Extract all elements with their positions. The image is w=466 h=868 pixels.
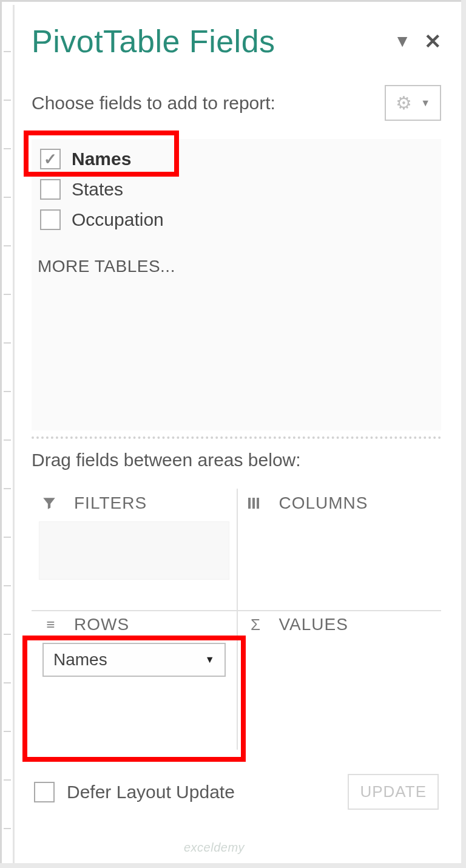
settings-button[interactable]: ⚙ ▼ — [385, 85, 441, 121]
pane-header: PivotTable Fields ▼ ✕ — [32, 23, 441, 59]
area-header: ≡ ROWS — [39, 615, 229, 634]
area-title: FILTERS — [74, 493, 147, 513]
subheader-row: Choose fields to add to report: ⚙ ▼ — [32, 85, 441, 121]
field-list: Names States Occupation MORE TABLES... — [32, 139, 441, 430]
filters-area[interactable]: FILTERS — [32, 489, 237, 610]
defer-update-toggle[interactable]: Defer Layout Update — [34, 782, 235, 802]
field-label: Names — [72, 149, 131, 169]
rows-area[interactable]: ≡ ROWS Names ▼ — [32, 610, 237, 750]
rows-dropzone[interactable]: Names ▼ — [39, 643, 229, 677]
area-header: FILTERS — [39, 493, 229, 513]
field-label: States — [72, 179, 123, 200]
area-title: COLUMNS — [279, 493, 368, 513]
field-label: Occupation — [72, 209, 164, 230]
field-item-occupation[interactable]: Occupation — [34, 205, 439, 235]
header-controls: ▼ ✕ — [394, 29, 441, 53]
chevron-down-icon: ▼ — [420, 98, 430, 109]
pill-label: Names — [53, 650, 107, 670]
close-icon[interactable]: ✕ — [424, 29, 441, 53]
field-item-names[interactable]: Names — [34, 144, 439, 174]
svg-rect-2 — [257, 498, 259, 509]
defer-label: Defer Layout Update — [67, 782, 235, 802]
drag-instructions: Drag fields between areas below: — [32, 450, 441, 470]
field-item-states[interactable]: States — [34, 174, 439, 205]
area-title: ROWS — [74, 615, 129, 634]
values-dropzone[interactable] — [244, 643, 434, 701]
area-divider-horizontal — [32, 610, 441, 611]
row-field-pill[interactable]: Names ▼ — [42, 643, 226, 677]
area-divider-vertical — [237, 489, 238, 750]
columns-area[interactable]: COLUMNS — [237, 489, 442, 610]
area-header: Σ VALUES — [244, 615, 434, 634]
checkbox[interactable] — [40, 179, 61, 200]
pane-title: PivotTable Fields — [32, 23, 275, 59]
svg-rect-0 — [248, 498, 251, 509]
footer: Defer Layout Update UPDATE — [32, 774, 441, 810]
rows-icon: ≡ — [41, 616, 61, 633]
divider — [32, 436, 441, 439]
checkbox[interactable] — [34, 782, 55, 802]
filters-dropzone[interactable] — [39, 521, 229, 580]
chevron-down-icon[interactable]: ▼ — [394, 32, 411, 51]
spreadsheet-row-markers — [4, 4, 11, 863]
svg-rect-1 — [252, 498, 255, 509]
area-title: VALUES — [279, 615, 348, 634]
values-area[interactable]: Σ VALUES — [237, 610, 442, 750]
choose-fields-label: Choose fields to add to report: — [32, 93, 275, 114]
panel-frame: PivotTable Fields ▼ ✕ Choose fields to a… — [0, 0, 461, 863]
sigma-icon: Σ — [246, 615, 266, 634]
chevron-down-icon: ▼ — [205, 654, 215, 665]
filter-icon — [41, 495, 61, 511]
watermark: exceldemy — [184, 841, 245, 855]
columns-icon — [246, 496, 266, 510]
more-tables-link[interactable]: MORE TABLES... — [34, 235, 439, 276]
update-button[interactable]: UPDATE — [348, 774, 439, 810]
pivot-fields-pane: PivotTable Fields ▼ ✕ Choose fields to a… — [13, 5, 458, 863]
area-header: COLUMNS — [244, 493, 434, 513]
drop-areas: FILTERS COLUMNS ≡ ROWS — [32, 489, 441, 750]
columns-dropzone[interactable] — [244, 521, 434, 580]
gear-icon: ⚙ — [396, 92, 412, 114]
checkbox[interactable] — [40, 149, 61, 169]
checkbox[interactable] — [40, 209, 61, 230]
